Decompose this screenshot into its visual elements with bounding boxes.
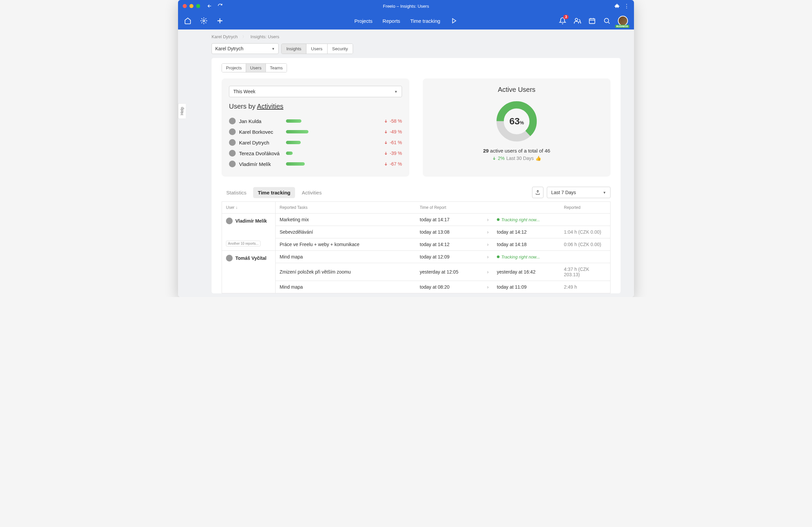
th-time-of-report[interactable]: Time of Report: [416, 202, 483, 213]
row-task: Marketing mix: [276, 214, 416, 225]
close-window-button[interactable]: [183, 4, 187, 8]
user-select[interactable]: Karel Dytrych ▼: [212, 43, 279, 54]
user-name: Tereza Dvořáková: [239, 150, 282, 156]
subtab-users[interactable]: Users: [246, 64, 266, 72]
back-button[interactable]: [207, 3, 212, 9]
avatar: [229, 161, 236, 167]
svg-point-2: [575, 18, 578, 21]
tab-security[interactable]: Security: [328, 44, 353, 54]
thumbs-up-icon: 👍: [535, 156, 541, 161]
section-tab-activities[interactable]: Activities: [297, 187, 326, 198]
svg-rect-3: [590, 19, 595, 24]
active-users-donut: 63%: [495, 100, 538, 143]
activity-user-row: Karel Dytrych -61 %: [229, 137, 402, 148]
tab-insights[interactable]: Insights: [281, 44, 306, 54]
user-avatar[interactable]: BUSINESS: [618, 16, 628, 26]
subtab-projects[interactable]: Projects: [222, 64, 246, 72]
table-row: Práce ve Freelu + weby + komunikace toda…: [276, 238, 610, 250]
period-select[interactable]: This Week ▼: [229, 86, 402, 97]
avatar: [229, 150, 236, 157]
row-status: today at 14:18: [493, 238, 560, 250]
avatar: [226, 218, 233, 224]
tab-users[interactable]: Users: [306, 44, 328, 54]
maximize-window-button[interactable]: [196, 4, 200, 8]
breadcrumb-current: Insights: Users: [250, 34, 279, 39]
row-reported: 1:04 h (CZK 0.00): [560, 226, 610, 238]
row-reported: 4:37 h (CZK 203.13): [560, 263, 610, 281]
more-menu-icon[interactable]: ⋮: [624, 3, 629, 10]
table-user-block: Tomáš Vyčítal Mind mapa today at 12:09 ›…: [222, 251, 610, 293]
row-status: today at 14:12: [493, 226, 560, 238]
avatar: [226, 255, 233, 262]
search-icon[interactable]: [603, 17, 610, 25]
th-user[interactable]: User ↓: [222, 202, 276, 213]
activity-delta: -58 %: [375, 118, 402, 124]
home-icon[interactable]: [184, 17, 191, 25]
users-by-activities-panel: This Week ▼ Users by Activities Jan Kuld…: [222, 78, 409, 177]
activity-user-row: Tereza Dvořáková -39 %: [229, 148, 402, 159]
th-reported-tasks[interactable]: Reported Tasks: [276, 202, 416, 213]
activity-delta: -67 %: [375, 161, 402, 166]
extension-icon[interactable]: [614, 3, 620, 9]
chevron-right-icon: ›: [483, 251, 493, 263]
row-status: yesterday at 16:42: [493, 266, 560, 278]
table-user-block: Vladimír MelíkAnother 10 reports... Mark…: [222, 214, 610, 251]
row-time: today at 14:17: [416, 214, 483, 225]
row-reported: [560, 253, 610, 260]
main-card: Projects Users Teams This Week ▼ Users b…: [212, 58, 621, 293]
avatar: [229, 128, 236, 135]
user-name: Jan Kulda: [239, 118, 282, 124]
panel-title: Users by Activities: [229, 103, 402, 110]
subtab-teams[interactable]: Teams: [266, 64, 287, 72]
gear-icon[interactable]: [200, 17, 207, 25]
play-icon[interactable]: [450, 17, 458, 25]
activity-progress: [286, 130, 372, 133]
svg-marker-1: [453, 18, 456, 23]
nav-projects[interactable]: Projects: [354, 18, 373, 24]
active-users-text: 29 active users of a total of 46: [483, 148, 550, 153]
table-row: Sebevzdělávání today at 13:08 › today at…: [276, 226, 610, 238]
active-users-percent: 63: [509, 116, 520, 127]
chevron-down-icon: ▼: [603, 191, 606, 194]
help-tab[interactable]: Help: [178, 103, 186, 119]
activity-progress: [286, 162, 372, 166]
more-reports-badge[interactable]: Another 10 reports...: [226, 241, 261, 246]
chevron-right-icon: ›: [483, 238, 493, 250]
row-task: Mind mapa: [276, 251, 416, 263]
row-time: yesterday at 12:05: [416, 266, 483, 278]
activities-link[interactable]: Activities: [257, 103, 283, 110]
th-reported[interactable]: Reported: [560, 202, 610, 213]
section-tab-statistics[interactable]: Statistics: [222, 187, 251, 198]
calendar-icon[interactable]: [589, 17, 596, 25]
tracking-status: Tracking right now...: [493, 214, 560, 225]
content-area: Help Karel Dytrych 〉 Insights: Users Kar…: [178, 29, 634, 297]
table-row: Mind mapa today at 12:09 › Tracking righ…: [276, 251, 610, 263]
window-controls: [183, 4, 200, 8]
add-icon[interactable]: [216, 17, 223, 25]
notifications-icon[interactable]: 3: [559, 17, 566, 25]
table-row: Zmizení položek při větším zoomu yesterd…: [276, 263, 610, 281]
activity-user-row: Vladimír Melík -67 %: [229, 159, 402, 169]
table-period-select[interactable]: Last 7 Days ▼: [547, 187, 610, 198]
table-period-value: Last 7 Days: [551, 190, 576, 195]
export-button[interactable]: [532, 187, 543, 198]
avatar: [229, 139, 236, 146]
minimize-window-button[interactable]: [189, 4, 193, 8]
breadcrumb: Karel Dytrych 〉 Insights: Users: [212, 34, 621, 39]
svg-point-0: [203, 20, 205, 22]
user-name: Karel Dytrych: [239, 140, 282, 146]
titlebar: Freelo – Insights: Users ⋮: [178, 0, 634, 12]
nav-time-tracking[interactable]: Time tracking: [410, 18, 440, 24]
time-tracking-table: User ↓ Reported Tasks Time of Report Rep…: [222, 202, 610, 293]
breadcrumb-root[interactable]: Karel Dytrych: [212, 34, 238, 39]
active-users-title: Active Users: [498, 86, 535, 93]
table-user-cell: Tomáš Vyčítal: [222, 251, 276, 293]
section-tab-time-tracking[interactable]: Time tracking: [253, 187, 295, 198]
tracking-status: Tracking right now...: [493, 251, 560, 263]
users-icon[interactable]: [574, 17, 581, 25]
reload-button[interactable]: [218, 3, 222, 9]
row-task: Zmizení položek při větším zoomu: [276, 266, 416, 278]
nav-reports[interactable]: Reports: [382, 18, 400, 24]
table-row: Mind mapa today at 08:20 › today at 11:0…: [276, 281, 610, 293]
row-time: today at 14:12: [416, 238, 483, 250]
